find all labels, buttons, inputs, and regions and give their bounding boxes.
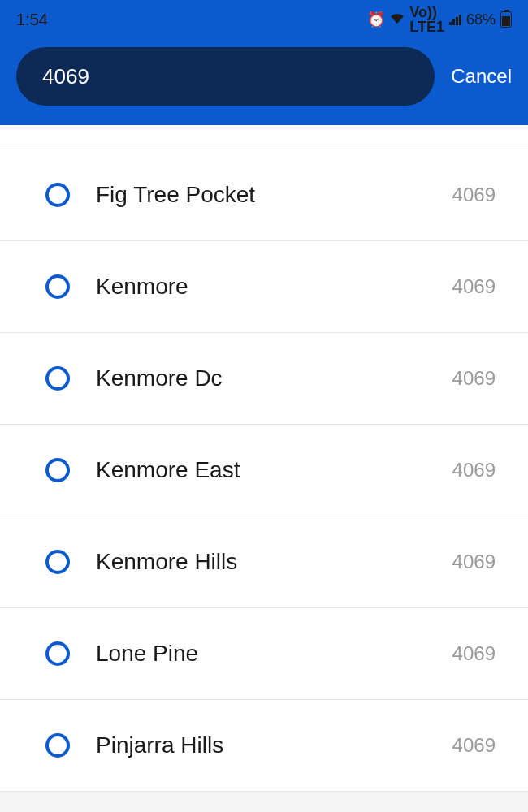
search-input[interactable] bbox=[42, 64, 409, 89]
postcode: 4069 bbox=[452, 459, 496, 482]
list-item[interactable]: Lone Pine 4069 bbox=[0, 608, 528, 700]
suburb-name: Kenmore bbox=[96, 274, 452, 300]
signal-icon bbox=[449, 14, 461, 25]
wifi-icon bbox=[390, 11, 405, 28]
list-item[interactable]: Kenmore Dc 4069 bbox=[0, 333, 528, 425]
status-indicators: ⏰ Vo))LTE1 68% bbox=[367, 5, 512, 34]
status-bar: 1:54 ⏰ Vo))LTE1 68% bbox=[0, 0, 528, 39]
list-item[interactable]: Pinjarra Hills 4069 bbox=[0, 700, 528, 792]
suburb-name: Fig Tree Pocket bbox=[96, 182, 452, 208]
radio-icon[interactable] bbox=[45, 183, 70, 207]
list-item[interactable]: Kenmore East 4069 bbox=[0, 425, 528, 516]
list-spacer bbox=[0, 125, 528, 149]
suburb-name: Kenmore East bbox=[96, 457, 452, 483]
list-item[interactable]: Fig Tree Pocket 4069 bbox=[0, 149, 528, 241]
postcode: 4069 bbox=[452, 367, 496, 390]
network-type-label: Vo))LTE1 bbox=[409, 5, 444, 34]
alarm-icon: ⏰ bbox=[367, 11, 385, 28]
postcode: 4069 bbox=[452, 642, 496, 665]
suburb-name: Kenmore Hills bbox=[96, 549, 452, 575]
battery-icon bbox=[500, 11, 512, 28]
radio-icon[interactable] bbox=[45, 733, 70, 758]
postcode: 4069 bbox=[452, 275, 496, 298]
radio-icon[interactable] bbox=[45, 366, 70, 391]
cancel-button[interactable]: Cancel bbox=[451, 65, 512, 88]
search-field-container[interactable] bbox=[16, 47, 435, 106]
radio-icon[interactable] bbox=[45, 550, 70, 574]
postcode: 4069 bbox=[452, 551, 496, 573]
radio-icon[interactable] bbox=[45, 641, 70, 666]
radio-icon[interactable] bbox=[45, 458, 70, 482]
status-time: 1:54 bbox=[16, 11, 48, 29]
list-item[interactable]: Kenmore 4069 bbox=[0, 241, 528, 333]
suburb-name: Lone Pine bbox=[96, 641, 452, 667]
suburb-name: Kenmore Dc bbox=[96, 365, 452, 391]
battery-pct: 68% bbox=[466, 11, 496, 28]
postcode: 4069 bbox=[452, 184, 496, 206]
radio-icon[interactable] bbox=[45, 274, 70, 299]
list-item[interactable]: Kenmore Hills 4069 bbox=[0, 516, 528, 608]
results-list: Fig Tree Pocket 4069 Kenmore 4069 Kenmor… bbox=[0, 149, 528, 792]
postcode: 4069 bbox=[452, 734, 496, 757]
suburb-name: Pinjarra Hills bbox=[96, 732, 452, 758]
search-header: Cancel bbox=[0, 39, 528, 125]
